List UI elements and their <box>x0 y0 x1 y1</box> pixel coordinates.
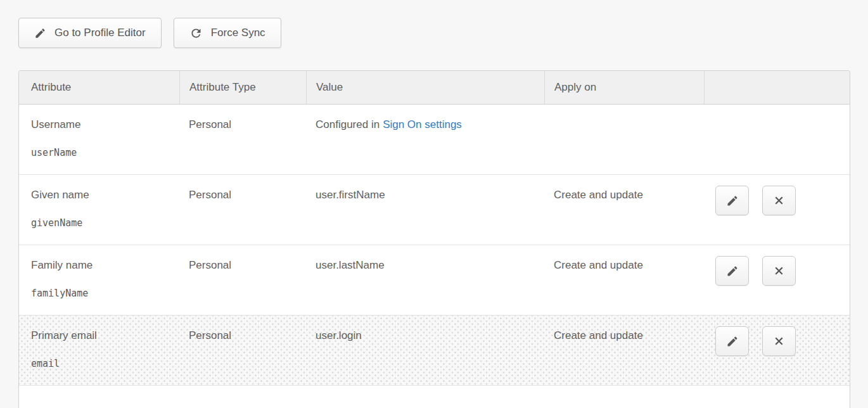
header-value: Value <box>306 71 544 104</box>
close-icon <box>773 265 785 277</box>
close-icon <box>773 194 785 207</box>
attribute-variable: givenName <box>31 216 170 230</box>
table-row-family-name: Family name familyName Personal user.las… <box>19 245 850 316</box>
attribute-variable: familyName <box>31 286 170 300</box>
table-row-primary-email: Primary email email Personal user.login … <box>19 316 850 386</box>
header-actions <box>704 71 850 104</box>
attribute-mapping-table: Attribute Attribute Type Value Apply on … <box>18 70 850 408</box>
close-icon <box>773 335 785 347</box>
go-to-profile-editor-label: Go to Profile Editor <box>54 27 146 39</box>
toolbar: Go to Profile Editor Force Sync <box>0 0 868 48</box>
table-row-username: Username userName Personal Configured in… <box>19 105 850 175</box>
header-attribute: Attribute <box>19 71 179 104</box>
header-apply-on: Apply on <box>544 71 704 104</box>
pencil-icon <box>34 27 46 39</box>
value-cell: user.login <box>306 316 544 385</box>
value-cell: user.lastName <box>306 245 544 315</box>
actions-cell <box>704 175 850 245</box>
pencil-icon <box>726 265 739 277</box>
actions-cell <box>704 245 850 315</box>
attribute-label: Primary email <box>31 329 170 343</box>
attribute-cell: Username userName <box>19 105 179 174</box>
go-to-profile-editor-button[interactable]: Go to Profile Editor <box>18 18 162 48</box>
attribute-type-cell: Personal <box>179 245 306 315</box>
force-sync-label: Force Sync <box>211 27 265 39</box>
pencil-icon <box>726 194 739 207</box>
attribute-cell: Family name familyName <box>19 245 179 315</box>
value-cell: Configured inSign On settings <box>306 105 544 174</box>
edit-attribute-button[interactable] <box>715 256 749 286</box>
apply-on-cell: Create and update <box>544 245 704 315</box>
attribute-type-cell: Personal <box>179 316 306 385</box>
sign-on-settings-link[interactable]: Sign On settings <box>383 118 462 131</box>
table-row-given-name: Given name givenName Personal user.first… <box>19 175 850 245</box>
attribute-label: Username <box>31 118 170 132</box>
actions-cell <box>704 105 850 174</box>
actions-cell <box>704 316 850 385</box>
attribute-type-cell: Personal <box>179 105 306 174</box>
header-attribute-type: Attribute Type <box>179 71 306 104</box>
edit-attribute-button[interactable] <box>715 326 749 356</box>
delete-attribute-button[interactable] <box>762 186 796 215</box>
edit-attribute-button[interactable] <box>715 186 749 215</box>
refresh-icon <box>189 27 203 40</box>
apply-on-cell <box>544 105 704 174</box>
delete-attribute-button[interactable] <box>762 256 796 286</box>
attribute-type-cell: Personal <box>179 175 306 245</box>
delete-attribute-button[interactable] <box>762 326 796 356</box>
value-text: Configured in <box>316 118 380 131</box>
force-sync-button[interactable]: Force Sync <box>174 18 281 48</box>
attribute-variable: email <box>31 357 170 371</box>
table-header: Attribute Attribute Type Value Apply on <box>19 71 850 105</box>
apply-on-cell: Create and update <box>544 316 704 385</box>
pencil-icon <box>726 335 739 348</box>
attribute-cell: Primary email email <box>19 316 179 385</box>
attribute-label: Family name <box>31 258 170 272</box>
value-cell: user.firstName <box>306 175 544 245</box>
attribute-cell: Given name givenName <box>19 175 179 245</box>
attribute-mappings-page: Go to Profile Editor Force Sync Attribut… <box>0 0 868 408</box>
attribute-label: Given name <box>31 188 170 202</box>
attribute-variable: userName <box>31 146 170 160</box>
apply-on-cell: Create and update <box>544 175 704 245</box>
table-row-partial <box>19 386 850 408</box>
